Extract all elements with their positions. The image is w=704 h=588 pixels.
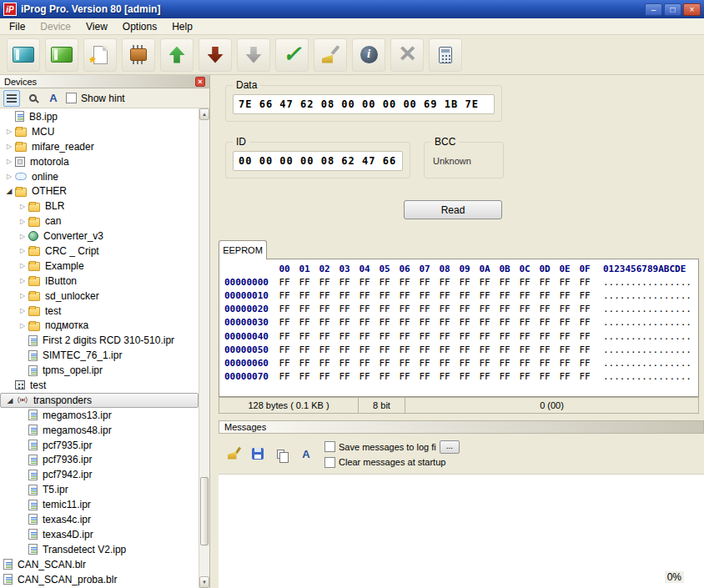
hex-byte-cell[interactable]: FF — [334, 358, 355, 369]
hex-byte-cell[interactable]: FF — [515, 344, 535, 355]
hex-byte-cell[interactable]: FF — [495, 331, 515, 342]
hex-byte-cell[interactable]: FF — [274, 277, 294, 288]
hex-byte-cell[interactable]: FF — [314, 290, 334, 301]
hex-byte-cell[interactable]: FF — [435, 304, 455, 314]
hex-byte-cell[interactable]: FF — [274, 290, 294, 301]
hex-byte-cell[interactable]: FF — [535, 290, 555, 301]
tree-item-ibutton[interactable]: ▷IButton — [0, 274, 199, 289]
hex-byte-cell[interactable]: FF — [435, 277, 455, 288]
hex-byte-cell[interactable]: FF — [294, 317, 314, 328]
minimize-button[interactable] — [645, 3, 662, 16]
hex-byte-cell[interactable]: FF — [415, 304, 435, 314]
expand-arrow-icon[interactable]: ▷ — [3, 143, 15, 150]
expand-arrow-icon[interactable]: ▷ — [17, 203, 28, 210]
tree-item-pcf7935.ipr[interactable]: pcf7935.ipr — [0, 438, 199, 453]
hex-byte-cell[interactable]: FF — [475, 358, 495, 369]
expand-arrow-icon[interactable]: ▷ — [17, 292, 28, 299]
tree-item-crc-_-cript[interactable]: ▷CRC _ Cript — [0, 244, 199, 259]
hex-byte-cell[interactable]: FF — [375, 304, 395, 314]
hex-byte-cell[interactable]: FF — [375, 290, 395, 301]
read-device-button[interactable] — [160, 38, 194, 72]
hex-byte-cell[interactable]: FF — [515, 331, 535, 342]
hex-byte-cell[interactable]: FF — [395, 344, 415, 355]
hex-byte-cell[interactable]: FF — [535, 331, 555, 342]
tree-item-подмотка[interactable]: ▷подмотка — [0, 318, 199, 333]
show-hint-checkbox[interactable] — [66, 93, 77, 103]
collapse-arrow-icon[interactable]: ◢ — [4, 396, 16, 405]
hex-ascii-cell[interactable]: ................ — [603, 344, 691, 355]
tree-item-texas4d.ipr[interactable]: texas4D.ipr — [0, 527, 199, 542]
maximize-button[interactable] — [664, 3, 681, 16]
hex-byte-cell[interactable]: FF — [535, 371, 555, 382]
tree-item-pcf7936.ipr[interactable]: pcf7936.ipr — [0, 452, 199, 467]
hex-byte-cell[interactable]: FF — [294, 304, 314, 314]
menu-file[interactable]: File — [2, 19, 33, 34]
hex-byte-cell[interactable]: FF — [475, 371, 495, 382]
font-button[interactable] — [45, 90, 62, 107]
hex-byte-cell[interactable]: FF — [495, 277, 515, 288]
hex-byte-cell[interactable]: FF — [455, 290, 475, 301]
hex-byte-cell[interactable]: FF — [274, 304, 294, 314]
hex-byte-cell[interactable]: FF — [375, 277, 395, 288]
tree-item-b8.ipp[interactable]: B8.ipp — [0, 109, 199, 124]
hex-byte-cell[interactable]: FF — [535, 358, 555, 369]
copy-messages-button[interactable] — [274, 445, 290, 462]
hex-byte-cell[interactable]: FF — [334, 317, 355, 328]
save-messages-button[interactable] — [249, 445, 266, 462]
hex-ascii-cell[interactable]: ................ — [603, 304, 691, 314]
tree-item-converter_v3[interactable]: ▷Converter_v3 — [0, 229, 199, 244]
hex-byte-cell[interactable]: FF — [575, 317, 595, 328]
hex-byte-cell[interactable]: FF — [455, 331, 475, 342]
tree-item-test[interactable]: test — [0, 378, 199, 393]
hex-byte-cell[interactable]: FF — [355, 331, 375, 342]
hex-byte-cell[interactable]: FF — [415, 371, 435, 382]
write-device-button[interactable] — [199, 38, 232, 72]
hex-byte-cell[interactable]: FF — [415, 290, 435, 301]
hex-ascii-cell[interactable]: ................ — [603, 358, 691, 369]
tree-item-other[interactable]: ◢OTHER — [0, 183, 199, 199]
tree-item-first-2-digits-rcd-310-510.ipr[interactable]: First 2 digits RCD 310-510.ipr — [0, 333, 199, 348]
hex-byte-cell[interactable]: FF — [375, 344, 395, 355]
hex-byte-cell[interactable]: FF — [555, 344, 575, 355]
hex-byte-cell[interactable]: FF — [375, 317, 395, 328]
browse-log-button[interactable]: ... — [440, 440, 460, 454]
hex-byte-cell[interactable]: FF — [535, 344, 555, 355]
tree-item-test[interactable]: ▷test — [0, 304, 199, 319]
hex-byte-cell[interactable]: FF — [415, 277, 435, 288]
hex-byte-cell[interactable]: FF — [294, 358, 314, 369]
hex-byte-cell[interactable]: FF — [294, 277, 314, 288]
hex-byte-cell[interactable]: FF — [515, 317, 535, 328]
verify-button[interactable] — [275, 38, 309, 72]
hex-byte-cell[interactable]: FF — [455, 304, 475, 314]
hex-byte-cell[interactable]: FF — [274, 331, 294, 342]
hex-byte-cell[interactable]: FF — [334, 277, 355, 288]
hex-byte-cell[interactable]: FF — [515, 358, 535, 369]
hex-byte-cell[interactable]: FF — [475, 331, 495, 342]
hex-byte-cell[interactable]: FF — [334, 344, 355, 355]
hex-byte-cell[interactable]: FF — [515, 290, 535, 301]
tree-item-transponders[interactable]: ◢transponders — [0, 393, 199, 408]
hex-byte-cell[interactable]: FF — [575, 304, 595, 314]
open-file-button[interactable] — [7, 38, 40, 72]
hex-byte-cell[interactable]: FF — [515, 304, 535, 314]
tree-item-example[interactable]: ▷Example — [0, 259, 199, 274]
id-value-field[interactable]: 00 00 00 00 08 62 47 66 — [233, 151, 403, 171]
hex-byte-cell[interactable]: FF — [495, 317, 515, 328]
hex-byte-cell[interactable]: FF — [575, 290, 595, 301]
clear-startup-checkbox[interactable] — [324, 457, 335, 468]
hex-byte-cell[interactable]: FF — [515, 371, 535, 382]
tree-item-blr[interactable]: ▷BLR — [0, 199, 199, 214]
hex-byte-cell[interactable]: FF — [575, 371, 595, 382]
tree-item-t5.ipr[interactable]: T5.ipr — [0, 482, 199, 497]
tree-item-transdetect-v2.ipp[interactable]: Transdetect V2.ipp — [0, 542, 199, 557]
hex-byte-cell[interactable]: FF — [274, 358, 294, 369]
scroll-thumb[interactable] — [200, 477, 209, 545]
chip-select-button[interactable] — [122, 38, 155, 72]
hex-byte-cell[interactable]: FF — [274, 371, 294, 382]
hex-byte-cell[interactable]: FF — [435, 290, 455, 301]
hex-byte-cell[interactable]: FF — [274, 317, 294, 328]
hex-byte-cell[interactable]: FF — [314, 304, 334, 314]
scroll-up-button[interactable] — [199, 108, 209, 120]
hex-ascii-cell[interactable]: ................ — [603, 290, 691, 301]
hex-byte-cell[interactable]: FF — [395, 277, 415, 288]
